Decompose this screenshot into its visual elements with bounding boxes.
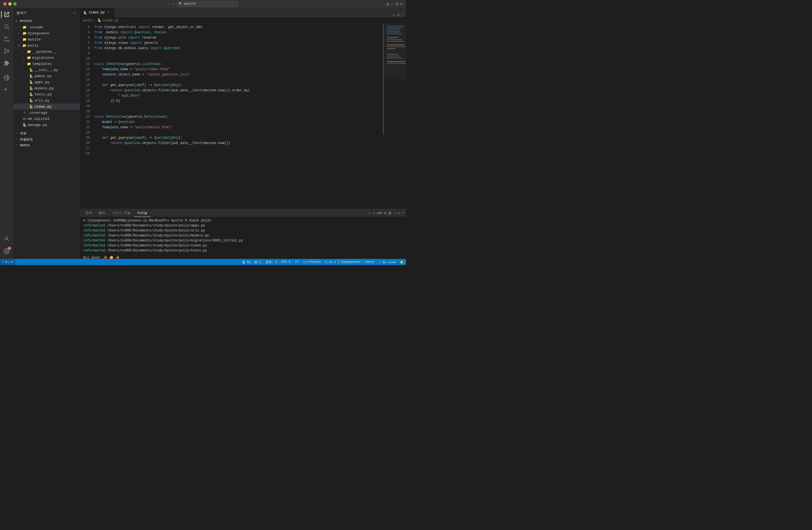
svg-rect-5 xyxy=(5,90,6,90)
status-language[interactable]: ⟨/⟩ Python xyxy=(301,259,323,265)
sidebar-item-vscode[interactable]: › 📁 .vscode xyxy=(13,24,80,30)
sidebar-item-db-sqlite3[interactable]: 🗃 db.sqlite3 xyxy=(13,116,80,122)
minimize-button[interactable] xyxy=(8,2,12,5)
activity-account[interactable] xyxy=(1,233,12,244)
sidebar-section-overview[interactable]: › 개요 xyxy=(13,130,80,136)
panel-tab-debug-console[interactable]: 디버그 콘솔 xyxy=(109,209,134,217)
tab-views-py[interactable]: 🐍 views.py × xyxy=(80,8,114,17)
terminal-trash-icon[interactable]: 🗑 xyxy=(388,211,392,215)
pycache-label: __pycache__ xyxy=(32,50,80,54)
mysite-label: mysite xyxy=(28,38,80,42)
svg-rect-6 xyxy=(6,90,7,90)
init-file-icon: 🐍 xyxy=(29,68,33,72)
sidebar-item-views-py[interactable]: 🐍 views.py xyxy=(13,103,80,110)
activity-source-control[interactable] xyxy=(1,33,12,44)
terminal-split-icon[interactable]: ⊞ xyxy=(384,211,386,215)
search-bar[interactable]: 🔍 mysite xyxy=(177,1,238,7)
sidebar-item-migrations[interactable]: › 📁 migrations xyxy=(13,55,80,61)
sidebar-section-remix[interactable]: › REMIX xyxy=(13,142,80,148)
term-text-2: reformatted xyxy=(83,224,105,228)
urls-py-label: urls.py xyxy=(34,99,80,103)
minimap xyxy=(384,24,406,209)
status-spaces[interactable]: 공백: 4 xyxy=(263,259,279,265)
activity-settings[interactable]: 1 xyxy=(1,246,12,257)
layout-icon[interactable]: ▥ xyxy=(387,2,389,6)
maximize-button[interactable] xyxy=(13,2,17,5)
panel-maximize-icon[interactable]: ∧ xyxy=(397,211,400,215)
sidebar-item-admin-py[interactable]: 🐍 admin.py xyxy=(13,73,80,79)
activity-extensions[interactable] xyxy=(1,58,12,69)
close-button[interactable] xyxy=(3,2,7,5)
templates-folder-icon: 📁 xyxy=(27,62,31,66)
sidebar-item-manage-py[interactable]: 🐍 manage.py xyxy=(13,122,80,128)
tab-close-icon[interactable]: × xyxy=(106,10,111,15)
status-branch[interactable]: ⑂ 0 ⚠ 0 xyxy=(0,259,15,265)
sidebar-item-pycache[interactable]: › 📁 __pycache__ xyxy=(13,48,80,55)
layout-icon2[interactable]: ⬚ xyxy=(391,2,393,6)
code-line-4: from django.shortcuts import render, get… xyxy=(94,25,381,30)
sidebar-item-mysite[interactable]: › 📁 mysite xyxy=(13,37,80,42)
code-line-20 xyxy=(94,109,381,114)
sidebar-title: 탐색기 xyxy=(17,11,27,15)
activity-remote[interactable] xyxy=(1,72,12,83)
code-editor[interactable]: 45678 910111213 1415161718 1920212223 24… xyxy=(80,24,384,209)
activity-run[interactable] xyxy=(1,45,12,57)
back-button[interactable]: ‹ xyxy=(168,2,170,6)
layout-icon3[interactable]: ⊞ xyxy=(396,2,398,6)
activity-docker[interactable] xyxy=(1,84,12,96)
editor-scrollbar[interactable] xyxy=(381,24,384,209)
overview-label: 개요 xyxy=(20,131,80,135)
activity-search[interactable] xyxy=(1,21,12,32)
forward-button[interactable]: › xyxy=(173,2,175,6)
run-icon[interactable]: ▷ xyxy=(393,13,395,17)
new-terminal-icon[interactable]: ＋ xyxy=(367,211,371,216)
status-encoding[interactable]: UTF-8 xyxy=(279,259,293,265)
sidebar-section-timeline[interactable]: › 타임라인 xyxy=(13,136,80,142)
status-line-col[interactable]: 줄 52, 열 1 xyxy=(240,259,263,265)
sidebar: 탐색기 ⋯ ▼ MYSITE › 📁 .vscode › 📁 djangoven… xyxy=(13,8,80,259)
activity-explorer[interactable] xyxy=(1,9,12,20)
status-go-live[interactable]: ⚡ Go Live xyxy=(377,259,398,265)
admin-py-label: admin.py xyxy=(34,74,80,78)
status-notifications[interactable]: 🔔 xyxy=(398,259,406,265)
sidebar-item-tests-py[interactable]: 🐍 tests.py xyxy=(13,91,80,97)
svg-rect-9 xyxy=(6,88,7,88)
svg-line-1 xyxy=(8,28,9,29)
panel-tab-output[interactable]: 출력 xyxy=(96,209,109,217)
titlebar-right: ▥ ⬚ ⊞ ⊟ xyxy=(387,2,403,6)
migrations-chevron: › xyxy=(22,56,27,59)
templates-label: templates xyxy=(32,62,80,66)
breadcrumb-polls[interactable]: polls xyxy=(83,18,93,23)
code-line-24 xyxy=(94,130,381,135)
split-terminal-icon[interactable]: ⊟ xyxy=(373,211,375,215)
code-line-23: template_name = "polls/detail.html" xyxy=(94,125,381,130)
terminal-content[interactable]: ● (djangovenv) nx006@ijunseon-ui-MacBook… xyxy=(80,217,406,259)
sidebar-item-models-py[interactable]: 🐍 models.py xyxy=(13,85,80,91)
panel-close-icon[interactable]: × xyxy=(402,211,404,215)
breadcrumb-views-py[interactable]: 🐍 views.py xyxy=(97,18,119,23)
sidebar-item-polls[interactable]: ▼ 📂 polls xyxy=(13,42,80,48)
djangovenv-chevron: › xyxy=(18,32,22,35)
panel-tab-problems[interactable]: 문제 xyxy=(82,209,96,217)
status-eol[interactable]: LF xyxy=(293,259,301,265)
settings-badge: 1 xyxy=(8,247,11,250)
sidebar-item-coverage[interactable]: ≡ .coverage xyxy=(13,110,80,116)
sidebar-item-urls-py[interactable]: 🐍 urls.py xyxy=(13,97,80,103)
sidebar-item-djangovenv[interactable]: › 📁 djangovenv xyxy=(13,30,80,37)
panel-tab-terminal[interactable]: 터미널 xyxy=(134,209,150,217)
breadcrumb-ellipsis[interactable]: … xyxy=(123,18,125,23)
sidebar-root[interactable]: ▼ MYSITE xyxy=(13,18,80,24)
terminal-line-6: reformatted /Users/nx006/Documents/study… xyxy=(83,243,403,248)
vscode-label: .vscode xyxy=(28,25,80,29)
status-interpreter[interactable]: 3.11.4 ('djangovenv': venv) xyxy=(323,259,377,265)
new-file-icon[interactable]: ⋯ xyxy=(73,10,76,16)
split-editor-icon[interactable]: ⊟ xyxy=(397,13,399,17)
sidebar-item-init-py[interactable]: 🐍 __init__.py xyxy=(13,67,80,73)
sidebar-item-templates[interactable]: › 📁 templates xyxy=(13,61,80,67)
term-text-4: reformatted xyxy=(83,234,105,238)
sidebar-item-apps-py[interactable]: 🐍 apps.py xyxy=(13,79,80,85)
more-actions-icon[interactable]: ⋯ xyxy=(402,13,404,17)
layout-icon4[interactable]: ⊟ xyxy=(401,2,403,6)
terminal-more-icon[interactable]: ⋯ xyxy=(393,211,396,215)
terminal-type[interactable]: zsh xyxy=(377,212,382,215)
